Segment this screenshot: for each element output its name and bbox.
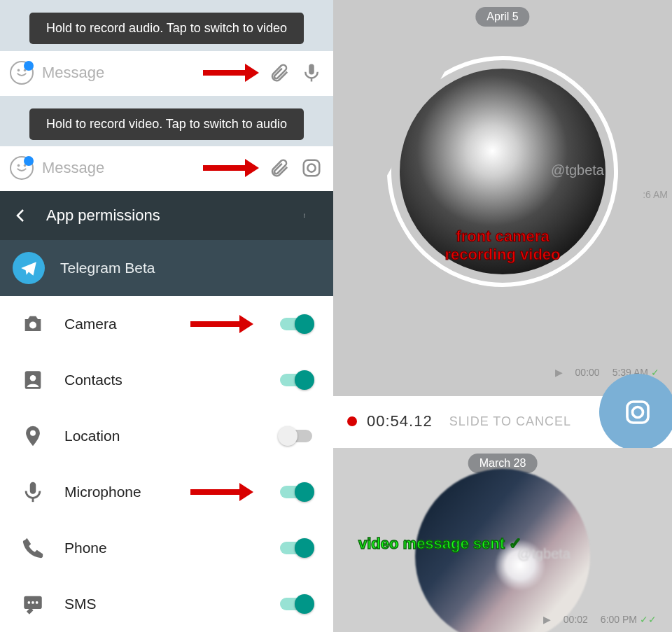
message-timestamp: ▶ 00:02 6:00 PM✓✓ bbox=[543, 614, 657, 625]
sms-icon bbox=[21, 592, 45, 616]
message-input-bar: Message bbox=[0, 146, 333, 190]
svg-rect-15 bbox=[30, 482, 36, 494]
svg-point-13 bbox=[30, 375, 36, 381]
attach-icon[interactable] bbox=[267, 61, 291, 85]
panel-recording: April 5 @tgbeta front camera recording v… bbox=[333, 0, 672, 448]
svg-point-0 bbox=[18, 69, 20, 71]
annotation-arrow bbox=[190, 315, 253, 333]
emoji-icon[interactable] bbox=[10, 156, 34, 180]
permission-row-microphone[interactable]: Microphone bbox=[0, 464, 333, 520]
slide-to-cancel[interactable]: SLIDE TO CANCEL bbox=[449, 414, 571, 429]
permission-toggle[interactable] bbox=[280, 542, 312, 554]
record-indicator-icon bbox=[347, 416, 357, 426]
permission-row-contacts[interactable]: Contacts bbox=[0, 352, 333, 408]
panel-audio-tooltip: Hold to record audio. Tap to switch to v… bbox=[0, 0, 333, 96]
contacts-icon bbox=[21, 368, 45, 392]
annotation-arrow bbox=[190, 483, 253, 501]
microphone-icon bbox=[21, 480, 45, 504]
permissions-app-name: Telegram Beta bbox=[60, 260, 155, 276]
permissions-app-row: Telegram Beta bbox=[0, 240, 333, 296]
message-input[interactable]: Message bbox=[42, 64, 195, 82]
annotation-arrow bbox=[203, 160, 259, 176]
permissions-title: App permissions bbox=[46, 206, 287, 225]
record-video-button[interactable] bbox=[599, 374, 672, 451]
annotation-sent: video message sent ✓ bbox=[358, 535, 522, 553]
panel-video-tooltip: Hold to record video. Tap to switch to a… bbox=[0, 96, 333, 192]
svg-point-22 bbox=[633, 407, 643, 418]
permission-label: Camera bbox=[64, 316, 171, 332]
watermark: @tgbeta bbox=[517, 546, 570, 562]
panel-sent: March 28 @tgbeta video message sent ✓ ▶ … bbox=[333, 448, 672, 632]
svg-point-4 bbox=[18, 164, 20, 167]
permission-label: SMS bbox=[64, 596, 253, 612]
svg-point-7 bbox=[307, 164, 315, 171]
permission-toggle[interactable] bbox=[280, 486, 312, 498]
video-message-icon[interactable] bbox=[300, 156, 323, 180]
play-icon: ▶ bbox=[555, 367, 563, 378]
permission-row-camera[interactable]: Camera bbox=[0, 296, 333, 352]
annotation-recording: front camera recording video bbox=[444, 227, 560, 264]
tooltip-video: Hold to record video. Tap to switch to a… bbox=[29, 108, 304, 140]
attach-icon[interactable] bbox=[267, 156, 291, 180]
svg-point-11 bbox=[29, 321, 36, 328]
svg-rect-2 bbox=[309, 64, 314, 74]
emoji-icon[interactable] bbox=[10, 61, 34, 85]
permission-row-location[interactable]: Location bbox=[0, 408, 333, 464]
more-icon[interactable] bbox=[304, 207, 321, 224]
svg-point-14 bbox=[30, 430, 36, 436]
permission-toggle[interactable] bbox=[280, 430, 312, 442]
read-tick-icon: ✓✓ bbox=[640, 614, 657, 625]
svg-point-10 bbox=[304, 216, 304, 217]
camera-icon bbox=[21, 312, 45, 336]
play-icon: ▶ bbox=[543, 614, 551, 625]
permission-row-sms[interactable]: SMS bbox=[0, 576, 333, 632]
microphone-icon[interactable] bbox=[300, 61, 323, 85]
recording-elapsed: 00:54.12 bbox=[367, 412, 433, 430]
message-input-bar: Message bbox=[0, 51, 333, 94]
date-badge: April 5 bbox=[475, 7, 529, 27]
location-icon bbox=[21, 424, 45, 448]
permission-row-phone[interactable]: Phone bbox=[0, 520, 333, 576]
permissions-list: CameraContactsLocationMicrophonePhoneSMS bbox=[0, 296, 333, 632]
permission-toggle[interactable] bbox=[280, 598, 312, 610]
message-input[interactable]: Message bbox=[42, 159, 195, 177]
phone-icon bbox=[21, 536, 45, 560]
annotation-arrow bbox=[203, 65, 259, 80]
watermark: @tgbeta bbox=[551, 162, 604, 178]
permissions-toolbar: App permissions bbox=[0, 191, 333, 240]
svg-point-9 bbox=[304, 215, 304, 216]
permission-label: Microphone bbox=[64, 484, 171, 500]
back-icon[interactable] bbox=[13, 207, 29, 224]
svg-point-8 bbox=[304, 213, 304, 214]
permission-toggle[interactable] bbox=[280, 318, 312, 330]
panel-app-permissions: App permissions Telegram Beta CameraCont… bbox=[0, 191, 333, 632]
svg-point-20 bbox=[36, 601, 38, 604]
svg-point-18 bbox=[27, 601, 30, 604]
permission-label: Contacts bbox=[64, 372, 253, 388]
permission-label: Phone bbox=[64, 540, 253, 556]
svg-rect-6 bbox=[304, 160, 320, 176]
permission-toggle[interactable] bbox=[280, 374, 312, 386]
permission-label: Location bbox=[64, 428, 253, 444]
side-timestamp: :6 AM bbox=[643, 189, 668, 200]
telegram-icon bbox=[13, 252, 45, 284]
svg-point-19 bbox=[31, 601, 34, 604]
tooltip-audio: Hold to record audio. Tap to switch to v… bbox=[29, 13, 304, 44]
svg-rect-21 bbox=[627, 402, 648, 423]
